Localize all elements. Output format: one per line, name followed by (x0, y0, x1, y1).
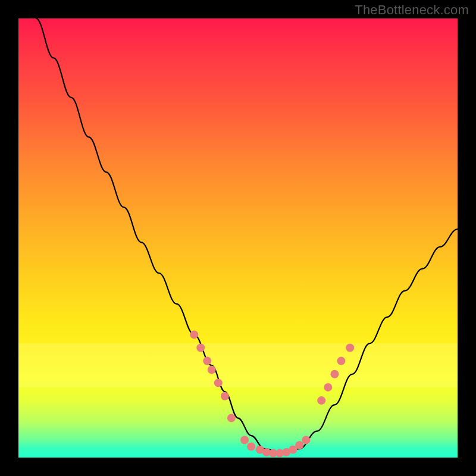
data-marker (214, 379, 223, 387)
data-marker (330, 370, 339, 378)
marker-group (190, 330, 354, 457)
data-marker (203, 357, 211, 365)
data-marker (221, 392, 229, 400)
data-marker (346, 344, 354, 352)
data-marker (240, 436, 249, 444)
chart-frame: TheBottleneck.com (0, 0, 476, 476)
data-marker (247, 443, 255, 451)
data-marker (190, 330, 198, 339)
data-marker (196, 344, 205, 352)
data-marker (295, 441, 303, 449)
data-marker (227, 414, 236, 422)
bottleneck-curve (36, 18, 458, 453)
plot-area (18, 18, 458, 458)
chart-svg (18, 18, 458, 458)
data-marker (317, 396, 325, 405)
data-marker (337, 357, 345, 365)
watermark-text: TheBottleneck.com (355, 2, 469, 18)
data-marker (208, 365, 216, 374)
data-marker (302, 436, 310, 444)
data-marker (324, 383, 332, 392)
